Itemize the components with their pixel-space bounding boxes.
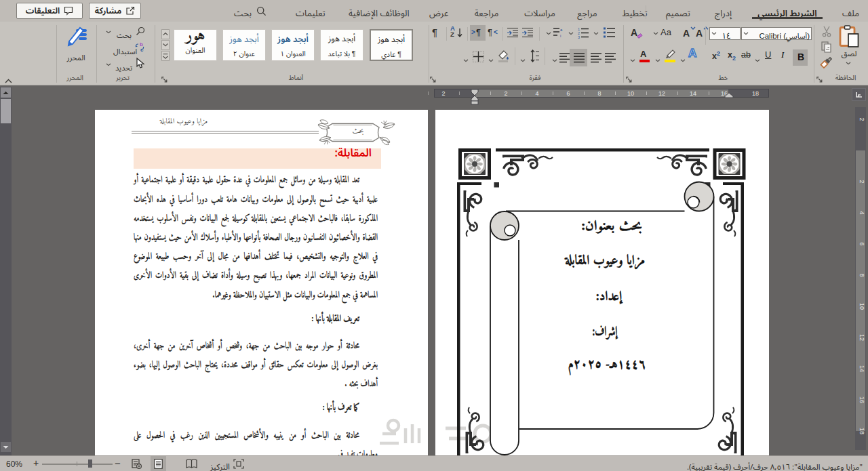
svg-text:i: i	[560, 34, 561, 38]
svg-text:a: a	[560, 28, 563, 32]
svg-text:3: 3	[578, 35, 580, 39]
